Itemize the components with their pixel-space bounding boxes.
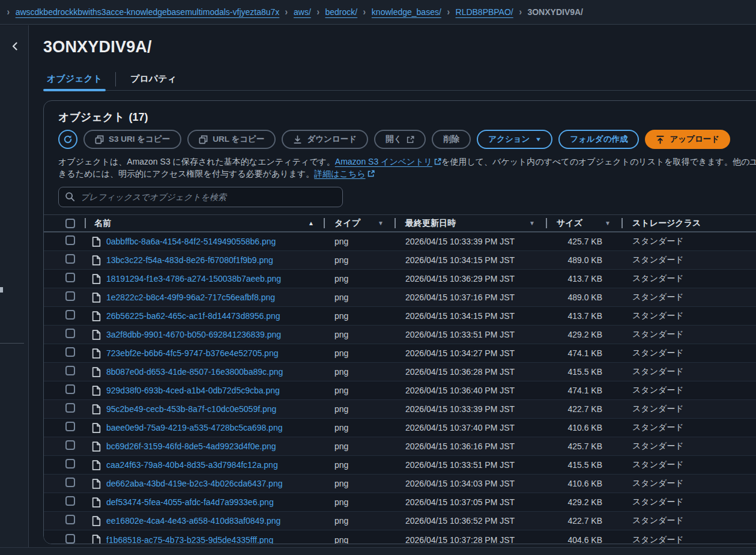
object-type: png [324, 497, 395, 507]
object-type: png [324, 311, 395, 321]
column-divider [324, 218, 325, 228]
row-checkbox[interactable] [65, 534, 75, 544]
column-header-name[interactable]: 名前 ▲ [85, 215, 324, 231]
object-storage-class: スタンダード [621, 478, 756, 489]
row-checkbox-cell [58, 496, 85, 508]
s3-inventory-link[interactable]: Amazon S3 インベントリ [335, 157, 441, 166]
column-header-type[interactable]: タイプ ▼ [324, 215, 395, 231]
breadcrumb-item[interactable]: awscdkbedrockkbwiths3acce-knowledgebasem… [16, 7, 280, 17]
copy-url-button[interactable]: URL をコピー [187, 130, 276, 149]
object-type: png [324, 330, 395, 339]
copy-icon [199, 135, 208, 144]
object-storage-class: スタンダード [621, 535, 756, 545]
download-button[interactable]: ダウンロード [282, 130, 368, 149]
search-box [58, 187, 343, 207]
object-name-link[interactable]: f1b68518-ac75-4b73-b235-9d5de4335fff.png [106, 535, 273, 545]
actions-dropdown-button[interactable]: アクション ▼ [477, 130, 552, 149]
refresh-button[interactable] [58, 130, 77, 149]
sidebar-collapse-button[interactable] [7, 38, 22, 54]
row-checkbox[interactable] [65, 459, 75, 469]
row-checkbox[interactable] [65, 403, 75, 413]
object-size: 429.2 KB [546, 497, 621, 507]
create-folder-button[interactable]: フォルダの作成 [558, 130, 639, 149]
filter-caret-icon[interactable]: ▼ [378, 220, 384, 226]
row-checkbox[interactable] [65, 273, 75, 282]
row-checkbox[interactable] [65, 496, 75, 506]
object-name-link[interactable]: ee16802e-4ca4-4e43-a658-410d83af0849.png [106, 516, 280, 526]
file-icon [92, 255, 101, 265]
filter-caret-icon[interactable]: ▼ [529, 220, 535, 226]
row-checkbox[interactable] [65, 422, 75, 431]
row-checkbox[interactable] [65, 291, 75, 301]
column-label: タイプ [334, 218, 360, 229]
prefix-search-input[interactable] [58, 187, 343, 207]
file-icon [92, 274, 101, 284]
object-count-badge: (17) [129, 111, 148, 124]
object-storage-class: スタンダード [621, 348, 756, 359]
copy-s3-uri-button[interactable]: S3 URI をコピー [83, 130, 181, 149]
row-checkbox[interactable] [65, 254, 75, 264]
object-last-modified: 2026/04/15 10:36:52 PM JST [395, 516, 546, 526]
column-header-modified[interactable]: 最終更新日時 ▼ [395, 215, 546, 231]
row-checkbox[interactable] [65, 515, 75, 524]
table-row: ee16802e-4ca4-4e43-a658-410d83af0849.png… [44, 512, 756, 530]
object-name-link[interactable]: caa24f63-79a8-40b4-8d35-a3d7984fc12a.png [106, 460, 278, 470]
row-checkbox[interactable] [65, 440, 75, 450]
object-name-link[interactable]: 0abbffbc-8a6a-4154-84f2-5149490558b6.png [106, 237, 276, 246]
row-checkbox[interactable] [65, 310, 75, 320]
object-name-link[interactable]: 26b56225-ba62-465c-ac1f-8d14473d8956.png [106, 311, 280, 321]
row-checkbox[interactable] [65, 329, 75, 338]
object-type: png [324, 460, 395, 470]
open-button[interactable]: 開く [374, 130, 426, 149]
object-name-link[interactable]: def53474-5fea-4055-afdc-fa4d7a9933e6.png [106, 497, 274, 507]
sort-ascending-icon[interactable]: ▲ [308, 220, 314, 226]
object-storage-class: スタンダード [621, 404, 756, 414]
tab-objects[interactable]: オブジェクト [43, 71, 115, 90]
delete-button[interactable]: 削除 [432, 130, 471, 149]
object-name-link[interactable]: 13bc3c22-f54a-483d-8e26-f67080f1f9b9.png [106, 255, 273, 265]
row-checkbox[interactable] [65, 478, 75, 487]
object-last-modified: 2026/04/15 10:33:39 PM JST [395, 237, 546, 246]
breadcrumb-item[interactable]: bedrock/ [325, 7, 357, 17]
download-label: ダウンロード [307, 134, 357, 145]
object-name-link[interactable]: 8b087e0d-d653-41de-8507-16e3800ba89c.png [106, 367, 283, 377]
table-row: bc69d26f-3159-46fd-8de5-4ad9923d4f0e.png… [44, 437, 756, 456]
object-last-modified: 2026/04/15 10:36:29 PM JST [395, 274, 546, 284]
filter-caret-icon[interactable]: ▼ [605, 220, 611, 226]
table-row: 723ebf2e-b6b6-4fc5-9747-b376e4e52705.png… [44, 344, 756, 363]
breadcrumb-item[interactable]: knowledge_bases/ [372, 7, 441, 17]
object-storage-class: スタンダード [621, 329, 756, 340]
row-checkbox[interactable] [65, 366, 75, 375]
row-checkbox[interactable] [65, 347, 75, 357]
table-row: 0abbffbc-8a6a-4154-84f2-5149490558b6.png… [44, 232, 756, 251]
breadcrumb-item: 3ONXYDIV9A/ [527, 7, 583, 17]
object-storage-class: スタンダード [621, 422, 756, 433]
object-last-modified: 2026/04/15 10:37:16 PM JST [395, 293, 546, 302]
breadcrumb-item[interactable]: aws/ [294, 7, 311, 17]
copy-s3-uri-label: S3 URI をコピー [109, 134, 170, 145]
object-last-modified: 2026/04/15 10:33:51 PM JST [395, 330, 546, 339]
object-name-link[interactable]: 723ebf2e-b6b6-4fc5-9747-b376e4e52705.png [106, 348, 278, 358]
row-checkbox[interactable] [65, 235, 75, 245]
table-row: f1b68518-ac75-4b73-b235-9d5de4335fff.png… [44, 530, 756, 544]
object-name-link[interactable]: bc69d26f-3159-46fd-8de5-4ad9923d4f0e.png [106, 441, 276, 451]
object-name-link[interactable]: 18191294-f1e3-4786-a274-150038b7aeeb.png [106, 274, 281, 284]
object-last-modified: 2026/04/15 10:34:15 PM JST [395, 255, 546, 265]
tab-properties[interactable]: プロパティ [116, 71, 190, 90]
object-name-link[interactable]: 1e2822c2-b8c4-49f9-96a2-717c56eafbf8.png [106, 293, 275, 302]
select-all-checkbox[interactable] [65, 219, 75, 228]
object-name-link[interactable]: de662aba-43bd-419e-b2c3-4b026cda6437.png [106, 479, 282, 488]
object-name-link[interactable]: baee0e9d-75a9-4219-a535-4728bc5ca698.png [106, 423, 282, 432]
object-name-link[interactable]: 3a2f8dbb-9901-4670-b050-692841236839.png [106, 330, 281, 339]
file-icon [92, 293, 101, 303]
learn-more-link[interactable]: 詳細はこちら [314, 169, 374, 178]
object-last-modified: 2026/04/15 10:37:40 PM JST [395, 423, 546, 432]
breadcrumb-item[interactable]: RLDB8PBPAO/ [456, 7, 513, 17]
column-header-size[interactable]: サイズ ▼ [546, 215, 621, 231]
row-checkbox[interactable] [65, 384, 75, 394]
table-body: 0abbffbc-8a6a-4154-84f2-5149490558b6.png… [44, 232, 756, 544]
row-checkbox-cell [58, 366, 85, 378]
upload-button[interactable]: アップロード [645, 130, 730, 149]
object-name-link[interactable]: 929d38f0-693b-4ced-a1b4-0db72d5c9cba.png [106, 386, 280, 395]
object-name-link[interactable]: 95c2be49-cecb-453b-8a7f-c10dc0e5059f.png [106, 404, 276, 414]
